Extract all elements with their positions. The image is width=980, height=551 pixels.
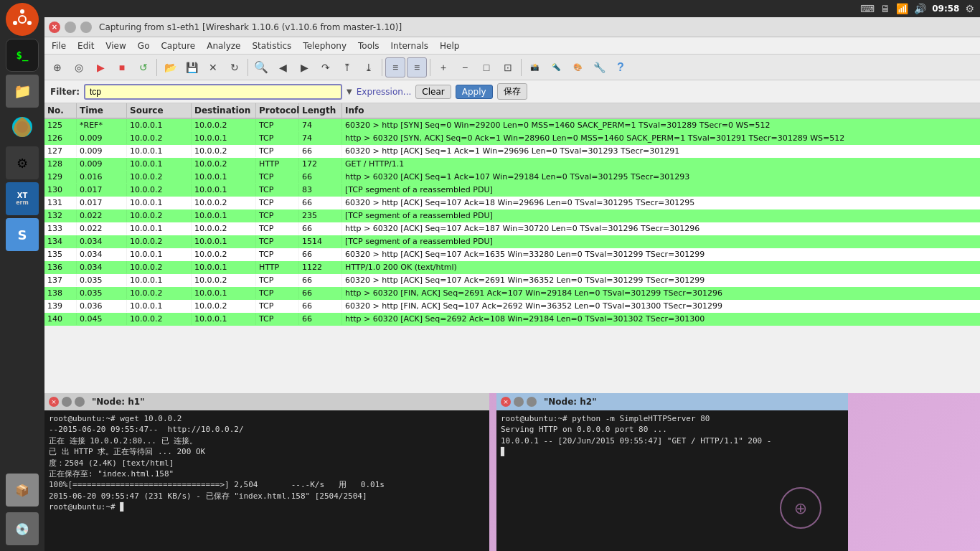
topbar-keyboard-icon[interactable]: ⌨	[860, 3, 875, 14]
table-row[interactable]: 1340.03410.0.0.210.0.0.1TCP1514[TCP segm…	[44, 235, 980, 248]
table-row[interactable]: 1310.01710.0.0.110.0.0.2TCP6660320 > htt…	[44, 197, 980, 209]
toolbar-capture-filter-btn[interactable]: 📸	[524, 57, 545, 77]
menu-file[interactable]: File	[47, 39, 70, 52]
toolbar-top-btn[interactable]: ⤒	[337, 57, 357, 77]
taskbar-install-icon[interactable]: 💿	[6, 512, 39, 545]
toolbar-options-btn[interactable]: ◎	[69, 57, 89, 77]
table-row[interactable]: 1260.00910.0.0.210.0.0.1TCP74http > 6032…	[44, 132, 980, 145]
taskbar-files-icon[interactable]: 📁	[6, 75, 39, 108]
table-row[interactable]: 1280.00910.0.0.110.0.0.2HTTP172GET / HTT…	[44, 158, 980, 171]
toolbar-bottom-btn[interactable]: ⤓	[359, 57, 379, 77]
toolbar-forward-btn[interactable]: ▶	[294, 57, 314, 77]
table-cell: 134	[44, 235, 77, 248]
menu-tools[interactable]: Tools	[354, 39, 384, 52]
table-row[interactable]: 1330.02210.0.0.110.0.0.2TCP66http > 6032…	[44, 222, 980, 235]
terminal-h2-close[interactable]: ×	[501, 397, 511, 407]
table-cell: 10.0.0.2	[192, 222, 256, 235]
menu-analyze[interactable]: Analyze	[202, 39, 245, 52]
col-header-no[interactable]: No.	[44, 103, 77, 118]
toolbar-search-btn[interactable]: 🔍	[251, 57, 271, 77]
topbar-network-icon[interactable]: 📶	[896, 3, 908, 14]
menu-edit[interactable]: Edit	[73, 39, 98, 52]
topbar-display-icon[interactable]: 🖥	[880, 3, 890, 14]
toolbar-prefs-btn[interactable]: 🔧	[589, 57, 609, 77]
taskbar-settings-icon[interactable]: ⚙️	[6, 146, 39, 179]
taskbar-firefox-icon[interactable]	[6, 110, 39, 143]
toolbar-coloring-btn[interactable]: 🎨	[567, 57, 588, 77]
toolbar-zoom-in-btn[interactable]: +	[433, 57, 453, 77]
taskbar-sublime-icon[interactable]: S	[6, 218, 39, 251]
filter-dropdown-btn[interactable]: ▼	[347, 88, 352, 95]
toolbar-zoom-reset-btn[interactable]: □	[476, 57, 496, 77]
col-header-source[interactable]: Source	[127, 103, 192, 118]
toolbar-stop-btn[interactable]: ■	[112, 57, 132, 77]
filter-expression-btn[interactable]: Expression...	[357, 87, 412, 97]
toolbar-close-btn[interactable]: ✕	[203, 57, 223, 77]
col-header-info[interactable]: Info	[342, 103, 980, 118]
menu-capture[interactable]: Capture	[156, 39, 199, 52]
topbar-settings-icon[interactable]: ⚙	[965, 3, 974, 14]
toolbar-goto-btn[interactable]: ↷	[316, 57, 336, 77]
taskbar-terminal-icon[interactable]: $_	[6, 39, 39, 72]
wireshark-min-button[interactable]	[65, 22, 76, 33]
table-row[interactable]: 1300.01710.0.0.210.0.0.1TCP83[TCP segmen…	[44, 184, 980, 197]
menu-statistics[interactable]: Statistics	[248, 39, 296, 52]
table-cell: 66	[299, 248, 342, 260]
menu-help[interactable]: Help	[435, 39, 463, 52]
table-row[interactable]: 1370.03510.0.0.110.0.0.2TCP6660320 > htt…	[44, 274, 980, 287]
terminal-h1-max[interactable]	[75, 397, 85, 407]
table-row[interactable]: 1270.00910.0.0.110.0.0.2TCP6660320 > htt…	[44, 145, 980, 158]
col-header-length[interactable]: Length	[299, 103, 342, 118]
wireshark-title: Capturing from s1-eth1 [Wireshark 1.10.6…	[99, 22, 402, 32]
toolbar-help-btn[interactable]: ?	[611, 57, 631, 77]
topbar-sound-icon[interactable]: 🔊	[914, 3, 926, 14]
filter-apply-btn[interactable]: Apply	[456, 85, 493, 99]
col-header-destination[interactable]: Destination	[192, 103, 256, 118]
terminal-line: 100%[===============================>] 2…	[49, 479, 485, 490]
table-row[interactable]: 1400.04510.0.0.210.0.0.1TCP66http > 6032…	[44, 313, 980, 326]
menu-telephony[interactable]: Telephony	[298, 39, 351, 52]
toolbar-resize-btn[interactable]: ⊡	[498, 57, 518, 77]
wireshark-max-button[interactable]	[80, 22, 92, 33]
toolbar-open-btn[interactable]: 📂	[160, 57, 180, 77]
toolbar-display-filter-btn[interactable]: 🔦	[546, 57, 566, 77]
toolbar-colorize-btn[interactable]: ≡	[385, 57, 405, 77]
terminal-h1-min[interactable]	[62, 397, 72, 407]
table-cell: 138	[44, 287, 77, 299]
table-cell: 0.016	[77, 171, 127, 183]
terminal-h2-titlebar: × "Node: h2"	[496, 393, 848, 410]
wireshark-close-button[interactable]: ×	[49, 22, 60, 33]
toolbar-back-btn[interactable]: ◀	[273, 57, 293, 77]
col-header-time[interactable]: Time	[77, 103, 127, 118]
table-row[interactable]: 1320.02210.0.0.210.0.0.1TCP235[TCP segme…	[44, 209, 980, 222]
table-row[interactable]: 1390.03610.0.0.110.0.0.2TCP6660320 > htt…	[44, 300, 980, 313]
table-row[interactable]: 1380.03510.0.0.210.0.0.1TCP66http > 6032…	[44, 287, 980, 300]
table-row[interactable]: 1360.03410.0.0.210.0.0.1HTTP1122HTTP/1.0…	[44, 261, 980, 274]
table-cell: http > 60320 [ACK] Seq=1 Ack=107 Win=291…	[342, 171, 980, 183]
terminal-h2-min[interactable]	[514, 397, 524, 407]
taskbar-ubuntu-icon[interactable]	[6, 3, 39, 36]
table-row[interactable]: 125*REF*10.0.0.110.0.0.2TCP7460320 > htt…	[44, 119, 980, 132]
toolbar-save-btn[interactable]: 💾	[182, 57, 202, 77]
toolbar-start-btn[interactable]: ▶	[90, 57, 110, 77]
table-cell: 0.034	[77, 235, 127, 248]
terminal-h1-close[interactable]: ×	[49, 397, 59, 407]
table-row[interactable]: 1350.03410.0.0.110.0.0.2TCP6660320 > htt…	[44, 248, 980, 261]
filter-clear-btn[interactable]: Clear	[415, 85, 451, 99]
toolbar-restart-btn[interactable]: ↺	[133, 57, 154, 77]
filter-save-btn[interactable]: 保存	[497, 83, 527, 100]
menu-view[interactable]: View	[101, 39, 130, 52]
taskbar-fm-icon[interactable]: 📦	[6, 474, 39, 507]
toolbar-interface-btn[interactable]: ⊕	[47, 57, 67, 77]
taskbar-xterm-icon[interactable]: XT erm	[6, 182, 39, 215]
toolbar-reload-btn[interactable]: ↻	[225, 57, 245, 77]
col-header-protocol[interactable]: Protocol	[256, 103, 299, 118]
menu-internals[interactable]: Internals	[387, 39, 433, 52]
menu-go[interactable]: Go	[133, 39, 154, 52]
table-cell: 66	[299, 197, 342, 209]
toolbar-autoscroll-btn[interactable]: ≡	[407, 57, 427, 77]
toolbar-zoom-out-btn[interactable]: −	[455, 57, 475, 77]
terminal-h2-max[interactable]	[527, 397, 537, 407]
filter-input[interactable]	[84, 84, 342, 100]
table-row[interactable]: 1290.01610.0.0.210.0.0.1TCP66http > 6032…	[44, 171, 980, 184]
